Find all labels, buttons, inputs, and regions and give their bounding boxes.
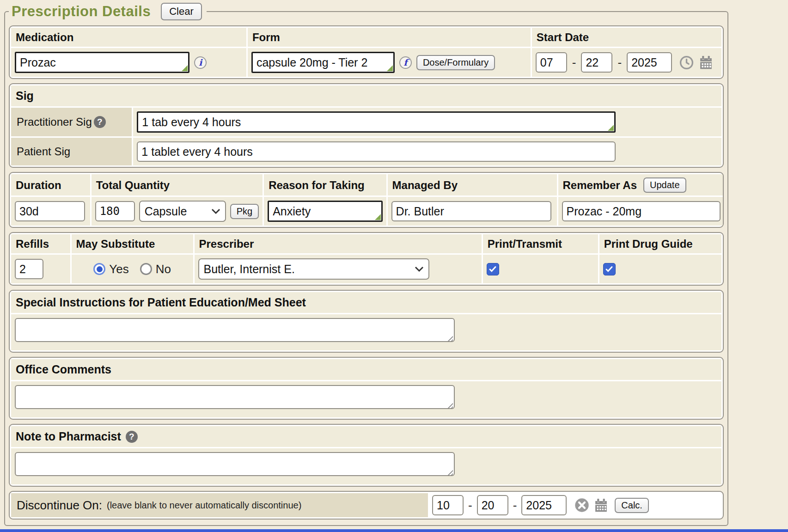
page-title: Prescription Details [12,3,151,20]
substitute-yes-label: Yes [109,262,128,276]
patient-sig-input[interactable] [137,141,616,162]
update-button[interactable]: Update [643,177,686,193]
discontinue-hint: (leave blank to never automatically disc… [107,500,301,511]
remember-as-input[interactable] [562,201,721,221]
medication-box: Medication Form Start Date i f Dose/Form… [9,25,724,79]
date-separator: - [572,55,576,70]
office-comments-header: Office Comments [11,359,721,380]
form-header: Form [248,28,531,47]
medication-input[interactable] [15,52,189,73]
radio-selected-icon [93,263,105,275]
substitute-no-radio[interactable]: No [140,262,171,276]
dose-formulary-button[interactable]: Dose/Formulary [416,55,495,70]
managed-by-input[interactable] [391,201,551,221]
print-transmit-header: Print/Transmit [483,234,598,253]
substitute-no-label: No [156,262,171,276]
total-quantity-header: Total Quantity [92,174,263,196]
note-to-pharmacist-box: Note to Pharmacist ? [9,424,724,487]
substitute-yes-radio[interactable]: Yes [93,262,128,276]
special-instructions-header: Special Instructions for Patient Educati… [11,292,721,313]
special-instructions-box: Special Instructions for Patient Educati… [9,290,724,353]
practitioner-sig-label-cell: Practitioner Sig ? [11,108,132,136]
chevron-down-icon [211,208,220,214]
start-date-header: Start Date [532,28,722,47]
form-input[interactable] [251,52,395,73]
sig-box: Sig Practitioner Sig ? Patient Sig [9,83,724,168]
start-date-year-input[interactable] [627,52,672,73]
remember-as-header: Remember As [563,179,637,192]
print-drug-guide-header: Print Drug Guide [599,234,722,253]
reason-header: Reason for Taking [264,174,386,196]
remember-as-header-cell: Remember As Update [558,174,724,196]
prescriber-select[interactable]: Butler, Internist E. [198,258,429,280]
discontinue-month-input[interactable] [432,495,464,515]
date-separator: - [513,498,517,513]
refills-input[interactable] [15,259,43,279]
discontinue-year-input[interactable] [521,495,567,515]
discontinue-day-input[interactable] [477,495,508,515]
quantity-unit-select[interactable]: Capsule [139,201,226,222]
formulary-icon[interactable]: f [399,56,412,69]
date-separator: - [468,498,472,513]
note-to-pharmacist-textarea[interactable] [15,452,455,476]
prescription-details-legend: Prescription Details Clear [9,3,207,20]
prescriber-header: Prescriber [195,234,482,253]
checkmark-icon [605,265,613,273]
calendar-icon[interactable] [593,498,609,513]
print-drug-guide-checkbox[interactable] [603,263,616,275]
clock-icon[interactable] [679,55,694,70]
bottom-edge-bar [0,529,788,532]
discontinue-label-cell: Discontinue On: (leave blank to never au… [11,493,428,517]
managed-by-header: Managed By [388,174,557,196]
special-instructions-textarea[interactable] [15,318,455,342]
note-to-pharmacist-help-icon[interactable]: ? [126,431,138,443]
duration-box: Duration Total Quantity Reason for Takin… [9,172,724,228]
prescription-details-fieldset: Prescription Details Clear Medication Fo… [4,3,728,526]
calc-button[interactable]: Calc. [615,498,649,513]
duration-header: Duration [11,174,90,196]
patient-sig-label: Patient Sig [17,145,70,158]
office-comments-textarea[interactable] [15,385,455,409]
clear-button[interactable]: Clear [161,3,202,20]
total-quantity-input[interactable] [95,201,135,221]
date-separator: - [617,55,622,70]
medication-info-icon[interactable]: i [194,56,207,69]
office-comments-box: Office Comments [9,357,724,420]
checkmark-icon [489,265,497,273]
practitioner-sig-input[interactable] [137,111,616,133]
discontinue-box: Discontinue On: (leave blank to never au… [9,491,724,520]
radio-unselected-icon [140,263,152,275]
note-to-pharmacist-header: Note to Pharmacist [16,430,121,443]
quantity-unit-value: Capsule [145,205,187,218]
pkg-button[interactable]: Pkg [230,204,259,219]
practitioner-sig-label: Practitioner Sig [17,116,92,128]
patient-sig-label-cell: Patient Sig [11,138,132,165]
sig-header: Sig [11,86,721,106]
medication-header: Medication [11,28,246,47]
start-date-month-input[interactable] [536,52,567,73]
prescriber-value: Butler, Internist E. [204,263,295,276]
calendar-icon[interactable] [698,55,714,70]
may-substitute-header: May Substitute [72,234,193,253]
reason-input[interactable] [268,201,382,222]
discontinue-label: Discontinue On: [17,498,102,513]
print-transmit-checkbox[interactable] [487,263,499,275]
duration-input[interactable] [15,201,85,221]
chevron-down-icon [415,266,424,272]
refills-header: Refills [11,234,70,253]
start-date-day-input[interactable] [581,52,612,73]
clear-date-icon[interactable] [574,498,589,513]
refills-box: Refills May Substitute Prescriber Print/… [9,232,724,286]
practitioner-sig-help-icon[interactable]: ? [94,116,106,128]
